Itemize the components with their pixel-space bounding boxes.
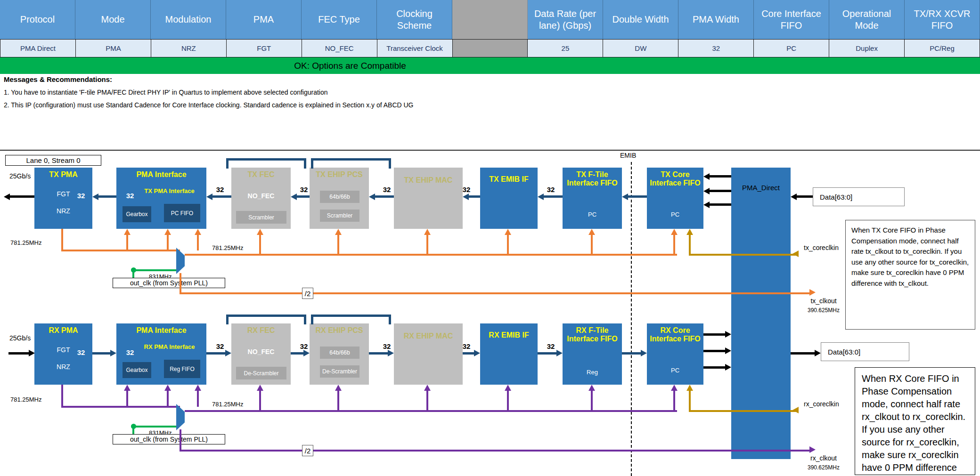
tx-bus-arrow: [463, 194, 469, 200]
rx-pmad-line: [703, 366, 725, 369]
rx-clock-arrow: [671, 385, 678, 391]
rx-pmad-arrow: [725, 347, 731, 354]
value-pma[interactable]: FGT: [227, 39, 302, 57]
tx-bypass-line: [311, 158, 313, 169]
rx-ftile-fifo-block: RX F-Tile Interface FIFO Reg: [563, 323, 622, 385]
rx-coreclkin-arrow: [686, 385, 693, 391]
tx-bus-line: [98, 195, 116, 198]
value-operational-mode[interactable]: Duplex: [829, 39, 905, 57]
tx-64b66b-subblock: 64b/66b: [320, 191, 359, 203]
value-xcvr-fifo[interactable]: PC/Reg: [905, 39, 980, 57]
tx-bypass-line: [389, 158, 391, 169]
rx-ftile-fifo-title: RX F-Tile Interface FIFO: [563, 323, 622, 344]
rx-ehip-mac-block: RX EHIP MAC: [394, 323, 463, 385]
tx-bus-arrow: [291, 194, 297, 200]
value-clocking-scheme[interactable]: Transceiver Clock: [377, 39, 453, 57]
tx-coreclkin-label: tx_coreclkin: [804, 244, 839, 251]
tx-clock-arrow: [164, 229, 171, 235]
tx-bus-arrow: [206, 194, 212, 200]
rx-dist-clock-freq: 781.25MHz: [212, 401, 243, 408]
rx-clock-arrow: [195, 385, 201, 391]
tx-clock-line: [426, 235, 428, 256]
tx-bus-arrow: [369, 194, 375, 200]
rx-clock-line: [167, 391, 169, 407]
tx-coreclkin-arrow: [686, 229, 693, 235]
value-blank: [453, 39, 528, 57]
tx-rate-label: 25Gb/s: [9, 172, 31, 180]
rx-rate-label: 25Gb/s: [9, 334, 31, 342]
tx-clock-line: [673, 235, 675, 256]
rx-clock-arrow: [124, 385, 131, 391]
pma-direct-label: PMA_Direct: [731, 184, 791, 192]
bus-width-label: 32: [294, 342, 313, 350]
tx-pcs-scrambler-subblock: Scrambler: [320, 210, 359, 222]
value-protocol[interactable]: PMA Direct: [0, 39, 76, 57]
value-mode[interactable]: PMA: [76, 39, 151, 57]
emib-boundary-line: [631, 162, 632, 476]
rx-clock-arrow: [588, 385, 595, 391]
tx-core-fifo-note: When TX Core FIFO in Phase Compensation …: [845, 220, 975, 330]
rx-reg-fifo-subblock: Reg FIFO: [164, 360, 200, 378]
rx-bypass-line: [304, 315, 306, 324]
tx-pma-nrz: NRZ: [34, 207, 92, 215]
compatibility-status-text: OK: Options are Compatible: [0, 57, 700, 74]
col-header-modulation: Modulation: [151, 0, 226, 39]
rx-ehip-mac-title: RX EHIP MAC: [394, 323, 463, 340]
rx-coreclkin-line: [689, 391, 691, 411]
tx-bus-line: [375, 195, 394, 198]
rx-bypass-line: [226, 315, 229, 324]
rx-coreclkin-line: [689, 410, 798, 412]
tx-clock-arrow: [195, 229, 201, 235]
tx-bus-line: [469, 195, 480, 198]
value-core-interface-fifo[interactable]: PC: [754, 39, 829, 57]
rx-clock-arrow: [424, 385, 431, 391]
table-value-row: PMA Direct PMA NRZ FGT NO_FEC Transceive…: [0, 39, 980, 57]
value-fec-type[interactable]: NO_FEC: [302, 39, 377, 57]
bus-width-label: 32: [457, 186, 476, 194]
value-data-rate[interactable]: 25: [528, 39, 603, 57]
tx-clock-arrow: [257, 229, 263, 235]
rx-coreclkin-label: rx_coreclkin: [804, 400, 839, 408]
tx-ehip-mac-block: TX EHIP MAC: [394, 168, 463, 229]
rx-clock-line: [61, 406, 180, 408]
col-header-xcvr-fifo: TX/RX XCVR FIFO: [905, 0, 980, 39]
rx-core-fifo-note: When RX Core FIFO in Phase Compensation …: [855, 367, 975, 475]
col-header-fec-type: FEC Type: [302, 0, 377, 39]
rx-pmad-line: [703, 350, 725, 352]
tx-fec-title: TX FEC: [231, 168, 291, 179]
tx-pll-source-label: out_clk (from System PLL): [113, 278, 225, 288]
rx-clock-arrow: [257, 385, 263, 391]
rx-bus-arrow: [388, 350, 394, 356]
tx-data-bus-box: Data[63:0]: [813, 187, 905, 206]
rx-pmad-arrow: [725, 364, 731, 371]
tx-bus-arrow: [92, 194, 98, 200]
rx-bus-line: [622, 352, 641, 355]
tx-bypass-line: [226, 158, 229, 169]
rx-serial-in-line: [8, 352, 29, 355]
rx-bus-arrow: [474, 350, 480, 356]
bus-width-label: 32: [211, 342, 229, 350]
rx-bus-line: [369, 352, 388, 355]
col-header-data-rate: Data Rate (per lane) (Gbps): [528, 0, 603, 39]
tx-ftile-fifo-title: TX F-Tile Interface FIFO: [563, 168, 622, 188]
rx-clock-line: [507, 391, 509, 411]
bus-width-label: 32: [211, 186, 229, 194]
rx-pmad-line: [703, 333, 725, 336]
tx-core-fifo-title: TX Core Interface FIFO: [647, 168, 703, 188]
value-double-width[interactable]: DW: [603, 39, 678, 57]
rx-bus-line: [206, 352, 225, 355]
col-header-protocol: Protocol: [0, 0, 75, 39]
tx-pma-title: TX PMA: [34, 168, 92, 179]
value-modulation[interactable]: NRZ: [151, 39, 227, 57]
bus-width-label: 32: [541, 342, 560, 350]
rx-clock-divider: /2: [302, 445, 313, 456]
value-pma-width[interactable]: 32: [678, 39, 754, 57]
tx-bus-arrow: [622, 194, 628, 200]
rx-pma-title: RX PMA: [34, 323, 92, 335]
col-header-double-width: Double Width: [603, 0, 678, 39]
rx-data-out-line: [791, 352, 815, 355]
tx-core-fifo-block: TX Core Interface FIFO PC: [647, 168, 703, 229]
tx-gearbox-subblock: Gearbox: [122, 206, 151, 222]
tx-pma-interface-title: PMA Interface: [116, 168, 206, 179]
tx-coreclkin-line: [689, 254, 798, 256]
